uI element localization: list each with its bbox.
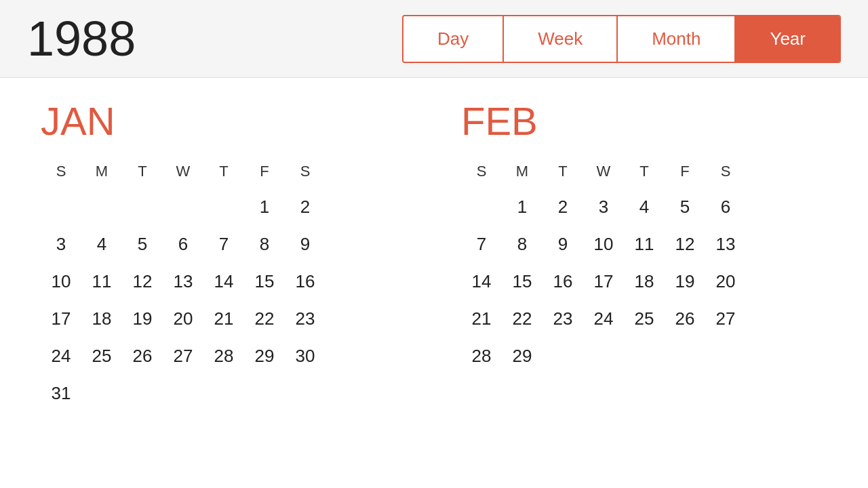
day-cell[interactable]: 20 bbox=[705, 266, 746, 298]
day-cell[interactable]: 18 bbox=[81, 303, 122, 335]
day-cell[interactable]: 26 bbox=[665, 303, 705, 335]
day-cell: 0 bbox=[122, 378, 163, 409]
day-cell[interactable]: 3 bbox=[41, 228, 81, 260]
day-cell: 0 bbox=[542, 340, 583, 372]
day-cell[interactable]: 22 bbox=[502, 303, 542, 335]
day-header: W bbox=[583, 157, 624, 186]
tab-day[interactable]: Day bbox=[403, 16, 504, 62]
day-cell: 0 bbox=[502, 378, 542, 409]
day-cell[interactable]: 23 bbox=[285, 303, 326, 335]
day-header: S bbox=[285, 157, 326, 186]
day-cell: 0 bbox=[163, 191, 203, 223]
day-cell[interactable]: 21 bbox=[203, 303, 244, 335]
day-cell[interactable]: 16 bbox=[542, 266, 583, 298]
day-cell[interactable]: 12 bbox=[665, 228, 705, 260]
day-cell[interactable]: 10 bbox=[583, 228, 624, 260]
day-cell[interactable]: 28 bbox=[461, 340, 502, 372]
day-cell: 0 bbox=[665, 378, 705, 409]
day-cell: 0 bbox=[244, 378, 285, 409]
app-header: 1988 DayWeekMonthYear bbox=[0, 0, 868, 78]
day-cell[interactable]: 11 bbox=[81, 266, 122, 298]
day-cell[interactable]: 27 bbox=[163, 340, 203, 372]
day-header: W bbox=[163, 157, 203, 186]
day-cell[interactable]: 2 bbox=[542, 191, 583, 223]
day-cell[interactable]: 31 bbox=[41, 378, 81, 409]
day-cell[interactable]: 9 bbox=[285, 228, 326, 260]
day-cell[interactable]: 18 bbox=[624, 266, 665, 298]
day-cell[interactable]: 29 bbox=[502, 340, 542, 372]
day-cell[interactable]: 6 bbox=[163, 228, 203, 260]
day-header: S bbox=[705, 157, 746, 186]
day-cell[interactable]: 8 bbox=[244, 228, 285, 260]
day-cell[interactable]: 5 bbox=[122, 228, 163, 260]
day-cell: 0 bbox=[81, 191, 122, 223]
day-cell[interactable]: 25 bbox=[81, 340, 122, 372]
day-cell[interactable]: 21 bbox=[461, 303, 502, 335]
day-cell[interactable]: 15 bbox=[244, 266, 285, 298]
tab-month[interactable]: Month bbox=[618, 16, 736, 62]
day-cell[interactable]: 19 bbox=[122, 303, 163, 335]
day-cell[interactable]: 28 bbox=[203, 340, 244, 372]
day-cell[interactable]: 26 bbox=[122, 340, 163, 372]
day-header: F bbox=[665, 157, 705, 186]
day-cell[interactable]: 9 bbox=[542, 228, 583, 260]
day-cell[interactable]: 19 bbox=[665, 266, 705, 298]
day-cell: 0 bbox=[624, 340, 665, 372]
day-cell[interactable]: 16 bbox=[285, 266, 326, 298]
view-tabs: DayWeekMonthYear bbox=[402, 15, 841, 63]
day-cell[interactable]: 29 bbox=[244, 340, 285, 372]
day-cell[interactable]: 25 bbox=[624, 303, 665, 335]
day-cell: 0 bbox=[285, 378, 326, 409]
day-cell[interactable]: 3 bbox=[583, 191, 624, 223]
tab-year[interactable]: Year bbox=[736, 16, 840, 62]
day-cell[interactable]: 24 bbox=[41, 340, 81, 372]
day-cell: 0 bbox=[624, 378, 665, 409]
day-cell[interactable]: 2 bbox=[285, 191, 326, 223]
day-cell: 0 bbox=[203, 378, 244, 409]
day-cell[interactable]: 24 bbox=[583, 303, 624, 335]
day-cell[interactable]: 15 bbox=[502, 266, 542, 298]
day-cell[interactable]: 30 bbox=[285, 340, 326, 372]
day-cell[interactable]: 1 bbox=[244, 191, 285, 223]
day-cell[interactable]: 1 bbox=[502, 191, 542, 223]
day-cell[interactable]: 6 bbox=[705, 191, 746, 223]
day-cell[interactable]: 14 bbox=[203, 266, 244, 298]
day-cell: 0 bbox=[461, 191, 502, 223]
day-cell[interactable]: 11 bbox=[624, 228, 665, 260]
day-cell: 0 bbox=[705, 378, 746, 409]
day-cell: 0 bbox=[81, 378, 122, 409]
day-cell[interactable]: 20 bbox=[163, 303, 203, 335]
day-cell[interactable]: 8 bbox=[502, 228, 542, 260]
month-name: JAN bbox=[41, 98, 407, 144]
day-cell[interactable]: 17 bbox=[41, 303, 81, 335]
day-cell[interactable]: 13 bbox=[163, 266, 203, 298]
day-cell[interactable]: 13 bbox=[705, 228, 746, 260]
cal-grid: SMTWTFS012345678910111213141516171819202… bbox=[461, 157, 827, 409]
day-header: T bbox=[624, 157, 665, 186]
day-cell[interactable]: 22 bbox=[244, 303, 285, 335]
day-cell: 0 bbox=[41, 191, 81, 223]
day-cell[interactable]: 27 bbox=[705, 303, 746, 335]
day-cell: 0 bbox=[542, 378, 583, 409]
day-cell[interactable]: 10 bbox=[41, 266, 81, 298]
day-cell[interactable]: 4 bbox=[81, 228, 122, 260]
day-cell[interactable]: 5 bbox=[665, 191, 705, 223]
day-cell: 0 bbox=[163, 378, 203, 409]
day-header: S bbox=[41, 157, 81, 186]
day-cell[interactable]: 14 bbox=[461, 266, 502, 298]
day-cell: 0 bbox=[665, 340, 705, 372]
day-cell[interactable]: 23 bbox=[542, 303, 583, 335]
tab-week[interactable]: Week bbox=[504, 16, 618, 62]
day-cell[interactable]: 12 bbox=[122, 266, 163, 298]
day-header: F bbox=[244, 157, 285, 186]
day-cell: 0 bbox=[583, 378, 624, 409]
day-cell: 0 bbox=[705, 340, 746, 372]
day-cell[interactable]: 7 bbox=[461, 228, 502, 260]
month-name: FEB bbox=[461, 98, 827, 144]
day-header: S bbox=[461, 157, 502, 186]
year-title: 1988 bbox=[27, 11, 136, 66]
day-header: T bbox=[122, 157, 163, 186]
day-cell[interactable]: 17 bbox=[583, 266, 624, 298]
day-cell[interactable]: 4 bbox=[624, 191, 665, 223]
day-cell[interactable]: 7 bbox=[203, 228, 244, 260]
